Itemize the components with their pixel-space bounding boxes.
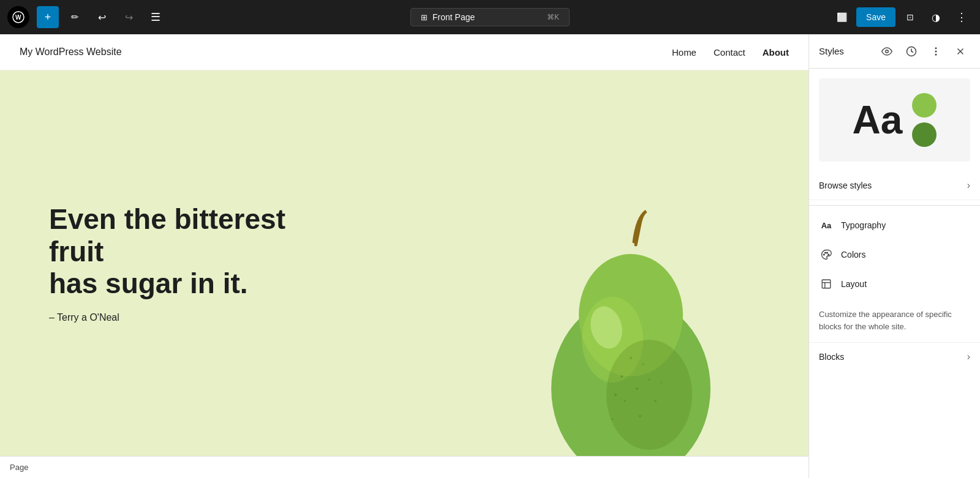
- panel-title: Styles: [819, 46, 872, 56]
- style-preview-aa-text: Aa: [853, 100, 903, 140]
- blocks-row[interactable]: Blocks ›: [809, 342, 980, 371]
- nav-item-contact[interactable]: Contact: [714, 47, 745, 58]
- panel-header: Styles: [809, 34, 980, 69]
- main-area: My WordPress Website Home Contact About …: [0, 34, 980, 478]
- styles-close-button[interactable]: [951, 42, 970, 61]
- svg-point-16: [661, 382, 663, 384]
- svg-point-21: [935, 51, 937, 52]
- list-view-button[interactable]: ☰: [145, 6, 167, 28]
- colors-icon: [819, 247, 834, 262]
- svg-point-9: [649, 379, 650, 381]
- browse-styles-label: Browse styles: [819, 181, 872, 190]
- canvas: My WordPress Website Home Contact About …: [0, 34, 809, 478]
- hero-heading: Even the bitterest fruithas sugar in it.: [49, 203, 306, 301]
- typography-row[interactable]: Aa Typography: [809, 211, 980, 240]
- svg-point-10: [614, 394, 617, 396]
- toolbar-right: ⬜ Save ⊡ ◑ ⋮: [831, 6, 973, 28]
- more-options-button[interactable]: ⋮: [951, 6, 973, 28]
- svg-point-20: [935, 48, 937, 49]
- view-button[interactable]: ⬜: [831, 6, 853, 28]
- style-preview-card[interactable]: Aa: [819, 78, 970, 162]
- site-title: My WordPress Website: [20, 47, 122, 58]
- svg-point-26: [825, 252, 826, 253]
- site-header: My WordPress Website Home Contact About: [0, 34, 809, 70]
- nav-item-about[interactable]: About: [763, 47, 789, 58]
- svg-point-27: [827, 252, 828, 253]
- svg-point-5: [606, 340, 692, 450]
- page-shortcut: ⌘K: [547, 13, 559, 21]
- nav-item-home[interactable]: Home: [672, 47, 696, 58]
- colors-label: Colors: [841, 250, 970, 260]
- page-indicator[interactable]: ⊞ Front Page ⌘K: [410, 8, 570, 26]
- redo-button[interactable]: ↪: [118, 6, 140, 28]
- svg-point-7: [636, 387, 638, 390]
- layout-icon: [819, 277, 834, 291]
- style-dot-dark-green: [912, 122, 937, 147]
- section-divider: [809, 205, 980, 206]
- blocks-label: Blocks: [819, 352, 844, 362]
- contrast-button[interactable]: ◑: [925, 6, 947, 28]
- svg-point-22: [935, 54, 937, 55]
- site-preview: My WordPress Website Home Contact About …: [0, 34, 809, 456]
- panel-description: Customize the appearance of specific blo…: [809, 299, 980, 342]
- typography-icon: Aa: [819, 218, 834, 233]
- hero-quote: – Terry a O'Neal: [49, 312, 306, 323]
- svg-point-6: [620, 375, 623, 378]
- status-label: Page: [10, 463, 28, 472]
- styles-eye-button[interactable]: [877, 42, 897, 61]
- site-nav: Home Contact About: [672, 47, 789, 58]
- styles-panel: Styles: [809, 34, 980, 478]
- styles-history-button[interactable]: [902, 42, 921, 61]
- layout-row[interactable]: Layout: [809, 269, 980, 299]
- svg-text:W: W: [15, 14, 21, 21]
- hero-section: Even the bitterest fruithas sugar in it.…: [0, 70, 809, 456]
- svg-rect-29: [822, 280, 831, 288]
- save-button[interactable]: Save: [856, 7, 895, 27]
- pencil-icon[interactable]: ✏: [64, 6, 86, 28]
- style-dot-light-green: [912, 93, 937, 118]
- svg-point-28: [828, 254, 829, 255]
- page-indicator-container: ⊞ Front Page ⌘K: [410, 8, 570, 26]
- browse-styles-chevron-icon: ›: [967, 180, 970, 191]
- pear-image: [527, 205, 735, 456]
- svg-point-12: [630, 357, 632, 359]
- status-bar: Page: [0, 456, 809, 478]
- undo-button[interactable]: ↩: [91, 6, 113, 28]
- svg-point-14: [612, 419, 614, 420]
- wp-logo-icon[interactable]: W: [7, 6, 29, 28]
- svg-point-11: [643, 364, 644, 365]
- colors-row[interactable]: Colors: [809, 240, 980, 269]
- svg-point-13: [654, 400, 657, 402]
- typography-label: Typography: [841, 220, 970, 230]
- layout-label: Layout: [841, 279, 970, 289]
- page-title: Front Page: [432, 12, 475, 22]
- svg-point-18: [886, 50, 889, 53]
- page-type-icon: ⊞: [421, 13, 428, 22]
- styles-more-button[interactable]: [926, 42, 946, 61]
- browse-styles-row[interactable]: Browse styles ›: [809, 171, 980, 200]
- style-dots: [912, 93, 937, 147]
- blocks-chevron-icon: ›: [967, 351, 970, 362]
- svg-point-25: [823, 254, 824, 255]
- toolbar: W + ✏ ↩ ↪ ☰ ⊞ Front Page ⌘K ⬜ Save ⊡ ◑ ⋮: [0, 0, 980, 34]
- svg-point-8: [624, 400, 626, 402]
- svg-point-15: [639, 415, 641, 417]
- add-block-button[interactable]: +: [37, 6, 59, 28]
- sidebar-toggle-button[interactable]: ⊡: [899, 6, 921, 28]
- hero-text: Even the bitterest fruithas sugar in it.…: [49, 203, 306, 324]
